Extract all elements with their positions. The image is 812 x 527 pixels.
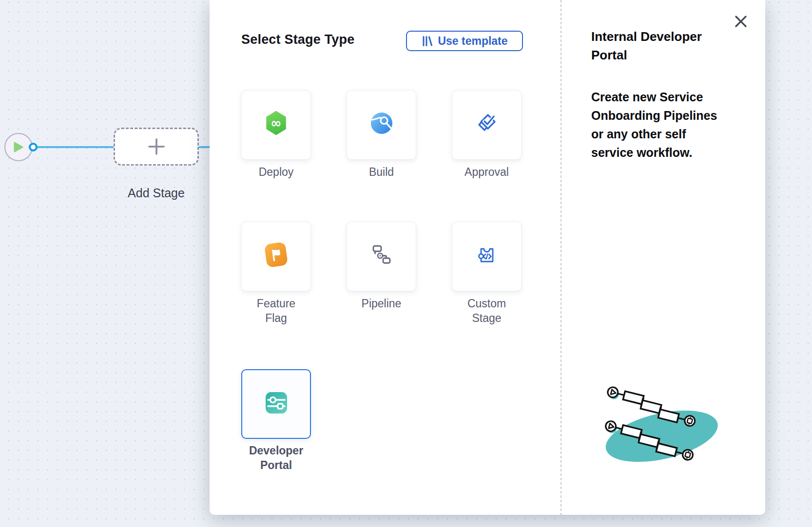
add-stage-label: Add Stage <box>104 186 209 200</box>
plus-icon <box>147 137 166 156</box>
template-library-icon <box>421 35 433 47</box>
stage-card-developer-portal[interactable] <box>241 369 311 439</box>
stage-card-deploy[interactable]: ∞ <box>241 90 311 160</box>
stage-card-custom-stage[interactable] <box>452 222 522 291</box>
select-stage-modal: Select Stage Type Use template ∞ Deploy … <box>210 0 765 515</box>
start-node-port[interactable] <box>29 143 38 151</box>
pipeline-edge <box>38 146 114 148</box>
stage-card-label: Deploy <box>241 165 311 179</box>
stage-card-label: Build <box>347 165 416 179</box>
use-template-button[interactable]: Use template <box>406 31 523 51</box>
deploy-icon: ∞ <box>266 111 287 135</box>
build-icon <box>371 113 392 134</box>
modal-title: Select Stage Type <box>241 32 355 47</box>
pipeline-icon <box>370 243 393 266</box>
details-panel-description: Create new Service Onboarding Pipelines … <box>591 88 737 162</box>
use-template-label: Use template <box>438 35 507 48</box>
stage-card-feature-flag[interactable] <box>241 222 311 291</box>
panel-divider <box>561 0 561 515</box>
stage-card-pipeline[interactable] <box>347 222 416 291</box>
stage-card-label: Approval <box>452 165 522 179</box>
play-icon <box>14 142 23 152</box>
close-icon <box>734 14 748 29</box>
stage-card-label: Pipeline <box>347 296 416 311</box>
stage-card-label: Developer Portal <box>241 443 311 472</box>
add-stage-button[interactable] <box>114 128 199 166</box>
feature-flag-icon <box>264 242 288 268</box>
details-panel-title: Internal Developer Portal <box>591 27 737 64</box>
stage-card-label: Feature Flag <box>241 296 311 325</box>
stage-card-label: Custom Stage <box>452 296 522 325</box>
developer-portal-icon <box>266 392 287 414</box>
stage-card-build[interactable] <box>347 90 416 160</box>
stage-card-approval[interactable] <box>452 90 522 160</box>
pipeline-illustration <box>602 382 729 475</box>
custom-stage-icon <box>475 243 499 266</box>
approval-icon <box>475 112 499 135</box>
